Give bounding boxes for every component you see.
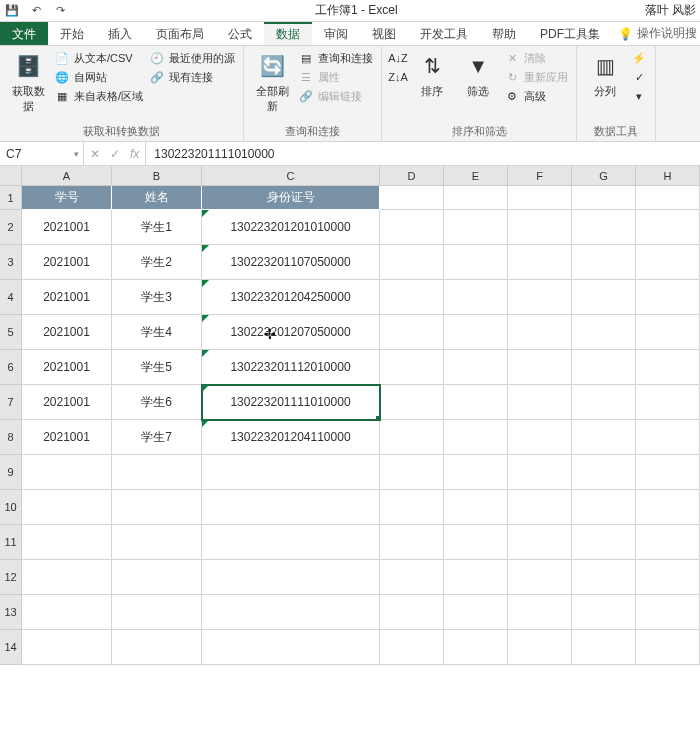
cell[interactable] <box>572 490 636 525</box>
col-header-A[interactable]: A <box>22 166 112 186</box>
tab-开始[interactable]: 开始 <box>48 22 96 45</box>
cell[interactable] <box>508 560 572 595</box>
cell[interactable] <box>112 595 202 630</box>
from-table-button[interactable]: ▦来自表格/区域 <box>54 88 143 104</box>
cell[interactable]: 2021001 <box>22 420 112 455</box>
cell[interactable] <box>508 210 572 245</box>
row-header-7[interactable]: 7 <box>0 385 22 420</box>
cell[interactable] <box>636 595 700 630</box>
sort-az-button[interactable]: A↓Z <box>390 50 406 66</box>
cell[interactable]: 130223201111010000◆ <box>202 385 380 420</box>
cell[interactable]: 2021001 <box>22 315 112 350</box>
cell[interactable] <box>444 245 508 280</box>
cell[interactable]: 身份证号 <box>202 186 380 210</box>
col-header-G[interactable]: G <box>572 166 636 186</box>
cell[interactable] <box>202 490 380 525</box>
cell[interactable]: 学生7 <box>112 420 202 455</box>
cell[interactable] <box>444 525 508 560</box>
cell[interactable] <box>508 630 572 665</box>
cell[interactable] <box>380 525 444 560</box>
cell[interactable] <box>444 560 508 595</box>
cell[interactable] <box>444 420 508 455</box>
cell[interactable] <box>380 420 444 455</box>
row-header-10[interactable]: 10 <box>0 490 22 525</box>
cell[interactable] <box>380 630 444 665</box>
cell[interactable] <box>636 525 700 560</box>
cell[interactable] <box>22 490 112 525</box>
cell[interactable] <box>572 560 636 595</box>
col-header-B[interactable]: B <box>112 166 202 186</box>
row-header-5[interactable]: 5 <box>0 315 22 350</box>
account-name[interactable]: 落叶 风影 <box>645 2 696 19</box>
cell[interactable] <box>508 315 572 350</box>
cell[interactable] <box>22 630 112 665</box>
cell[interactable] <box>202 525 380 560</box>
row-header-4[interactable]: 4 <box>0 280 22 315</box>
row-header-13[interactable]: 13 <box>0 595 22 630</box>
cell[interactable]: 学号 <box>22 186 112 210</box>
cell[interactable] <box>380 385 444 420</box>
cell[interactable] <box>508 420 572 455</box>
cell[interactable] <box>444 630 508 665</box>
cell[interactable] <box>572 630 636 665</box>
tab-数据[interactable]: 数据 <box>264 22 312 45</box>
cell[interactable] <box>202 455 380 490</box>
cell[interactable] <box>444 315 508 350</box>
tool-3[interactable]: ▾ <box>631 88 647 104</box>
select-all-corner[interactable] <box>0 166 22 186</box>
cell[interactable] <box>508 595 572 630</box>
cell[interactable] <box>508 385 572 420</box>
cell[interactable] <box>444 280 508 315</box>
cell[interactable] <box>572 245 636 280</box>
cell[interactable]: 130223201107050000 <box>202 245 380 280</box>
undo-icon[interactable]: ↶ <box>28 3 44 19</box>
cell[interactable]: 学生1 <box>112 210 202 245</box>
cell[interactable]: 2021001 <box>22 385 112 420</box>
cell[interactable] <box>380 350 444 385</box>
cell[interactable]: 2021001 <box>22 210 112 245</box>
cell[interactable] <box>112 490 202 525</box>
row-header-8[interactable]: 8 <box>0 420 22 455</box>
cell[interactable] <box>636 455 700 490</box>
tab-插入[interactable]: 插入 <box>96 22 144 45</box>
row-header-6[interactable]: 6 <box>0 350 22 385</box>
cell[interactable] <box>22 525 112 560</box>
sort-za-button[interactable]: Z↓A <box>390 69 406 85</box>
cell[interactable] <box>636 350 700 385</box>
cell[interactable] <box>508 280 572 315</box>
from-text-csv-button[interactable]: 📄从文本/CSV <box>54 50 143 66</box>
cell[interactable] <box>444 385 508 420</box>
cell[interactable]: 学生3 <box>112 280 202 315</box>
name-box[interactable]: C7 <box>0 142 84 165</box>
cell[interactable] <box>112 560 202 595</box>
cell[interactable] <box>636 385 700 420</box>
tab-帮助[interactable]: 帮助 <box>480 22 528 45</box>
cell[interactable] <box>444 210 508 245</box>
cell[interactable] <box>508 245 572 280</box>
save-icon[interactable]: 💾 <box>4 3 20 19</box>
cell[interactable]: 姓名 <box>112 186 202 210</box>
cell[interactable]: 学生6 <box>112 385 202 420</box>
existing-connections-button[interactable]: 🔗现有连接 <box>149 69 235 85</box>
cell[interactable]: 2021001 <box>22 350 112 385</box>
cell[interactable] <box>444 186 508 210</box>
cell[interactable]: 2021001 <box>22 245 112 280</box>
row-header-1[interactable]: 1 <box>0 186 22 210</box>
tab-PDF工具集[interactable]: PDF工具集 <box>528 22 612 45</box>
cell[interactable]: 学生5 <box>112 350 202 385</box>
get-data-button[interactable]: 🗄️ 获取数据 <box>8 50 48 114</box>
from-web-button[interactable]: 🌐自网站 <box>54 69 143 85</box>
cell[interactable] <box>636 245 700 280</box>
cell[interactable] <box>380 455 444 490</box>
cell[interactable] <box>508 490 572 525</box>
cell[interactable] <box>380 560 444 595</box>
text-to-columns-button[interactable]: ▥ 分列 <box>585 50 625 99</box>
cell[interactable] <box>202 595 380 630</box>
cell[interactable] <box>636 630 700 665</box>
cell[interactable] <box>572 315 636 350</box>
tab-file[interactable]: 文件 <box>0 22 48 45</box>
col-header-D[interactable]: D <box>380 166 444 186</box>
cell[interactable] <box>22 455 112 490</box>
filter-button[interactable]: ▼ 筛选 <box>458 50 498 99</box>
cell[interactable]: 130223201204110000 <box>202 420 380 455</box>
